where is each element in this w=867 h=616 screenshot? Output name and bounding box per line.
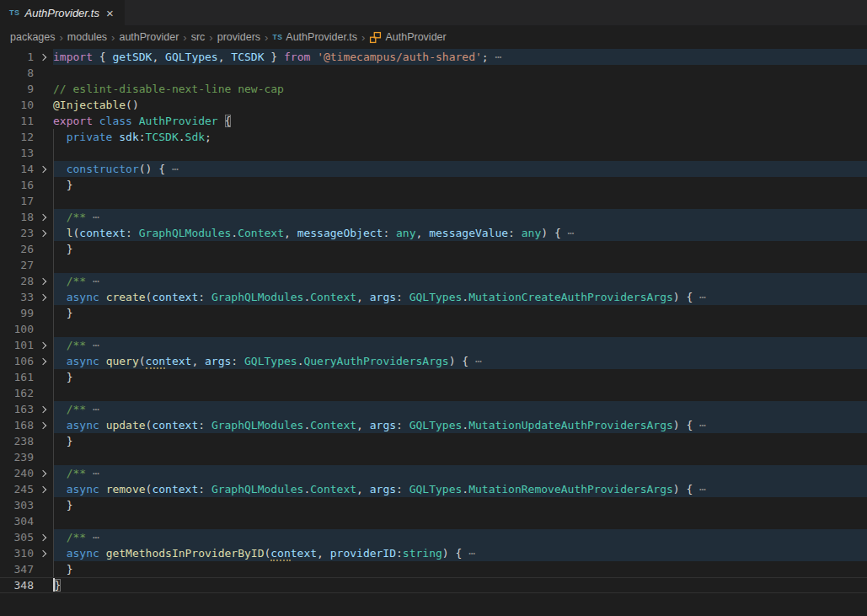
code-token[interactable]: providerID	[330, 547, 396, 560]
breadcrumb-item-packages[interactable]: packages	[10, 31, 56, 43]
line-number[interactable]: 1	[0, 49, 34, 65]
code-token[interactable]	[218, 115, 225, 127]
line-number[interactable]: 17	[0, 193, 34, 209]
code-content[interactable]: import { getSDK, GQLTypes, TCSDK } from …	[53, 49, 867, 65]
code-token[interactable]: ) {	[449, 355, 475, 367]
code-token[interactable]: args	[205, 355, 231, 367]
code-content[interactable]: /** ⋯	[53, 529, 867, 545]
code-token[interactable]	[53, 339, 67, 351]
fold-chevron[interactable]	[34, 231, 53, 236]
fold-chevron[interactable]	[34, 55, 53, 60]
line-number[interactable]: 238	[0, 433, 34, 449]
fold-chevron[interactable]	[34, 551, 53, 556]
breadcrumb-item-src[interactable]: src	[191, 31, 206, 43]
code-token[interactable]: /**	[67, 275, 93, 287]
code-token[interactable]: /**	[67, 211, 93, 223]
code-token[interactable]: ⋯	[699, 483, 706, 495]
code-content[interactable]: /** ⋯	[53, 273, 867, 289]
code-token[interactable]: text	[165, 355, 191, 367]
code-token[interactable]: MutationCreateAuthProvidersArgs	[468, 291, 673, 303]
code-token[interactable]: query	[106, 355, 139, 367]
code-content[interactable]: async query(context, args: GQLTypes.Quer…	[53, 353, 867, 369]
code-token[interactable]: context	[79, 227, 126, 239]
code-token[interactable]: :	[198, 419, 211, 431]
code-content[interactable]: }	[53, 561, 867, 577]
code-content[interactable]	[53, 385, 867, 401]
code-content[interactable]	[53, 257, 867, 273]
code-token[interactable]: Context	[310, 419, 356, 431]
line-number[interactable]: 14	[0, 161, 34, 177]
line-number[interactable]: 163	[0, 401, 34, 417]
code-content[interactable]	[53, 65, 867, 81]
code-token[interactable]: ,	[152, 51, 165, 63]
code-token[interactable]: ⋯	[468, 547, 475, 560]
code-token[interactable]	[99, 483, 106, 495]
code-token[interactable]: :	[508, 227, 522, 239]
breadcrumb-item-authprovider[interactable]: authProvider	[119, 31, 179, 43]
code-token[interactable]: Context	[310, 291, 356, 303]
line-number[interactable]: 310	[0, 545, 34, 561]
code-token[interactable]: ⋯	[489, 51, 502, 63]
code-token[interactable]: :	[126, 227, 139, 239]
line-number[interactable]: 13	[0, 145, 34, 161]
code-content[interactable]: @Injectable()	[53, 97, 867, 113]
code-token[interactable]	[93, 115, 99, 127]
code-token[interactable]: ,	[191, 355, 205, 367]
code-token[interactable]: @Injectable	[53, 99, 126, 111]
code-token[interactable]: ,	[416, 227, 430, 239]
code-token[interactable]	[53, 131, 67, 143]
fold-chevron[interactable]	[34, 279, 53, 284]
line-number[interactable]: 27	[0, 257, 34, 273]
code-content[interactable]: /** ⋯	[53, 465, 867, 481]
line-number[interactable]: 168	[0, 417, 34, 433]
line-number[interactable]: 100	[0, 321, 34, 337]
line-number[interactable]: 99	[0, 305, 34, 321]
code-token[interactable]: :	[198, 291, 211, 303]
code-token[interactable]: {	[225, 115, 232, 127]
code-token[interactable]: () {	[139, 163, 172, 175]
line-number[interactable]: 348	[0, 577, 34, 593]
line-number[interactable]: 347	[0, 561, 34, 577]
code-token[interactable]: ⋯	[93, 467, 99, 479]
code-token[interactable]: ) {	[541, 227, 567, 239]
code-token[interactable]: :	[396, 291, 409, 303]
code-content[interactable]: // eslint-disable-next-line new-cap	[53, 81, 867, 97]
code-token[interactable]: .	[462, 291, 468, 303]
code-content[interactable]: }	[53, 497, 867, 513]
line-number[interactable]: 8	[0, 65, 34, 81]
code-token[interactable]: ,	[284, 227, 297, 239]
code-token[interactable]: }	[53, 371, 72, 383]
code-token[interactable]: args	[370, 483, 396, 495]
code-token[interactable]: ()	[126, 99, 139, 111]
code-token[interactable]: create	[106, 291, 146, 303]
code-token[interactable]: /**	[67, 339, 93, 351]
code-token[interactable]: async	[67, 483, 99, 495]
code-token[interactable]: from	[284, 51, 310, 63]
code-content[interactable]: /** ⋯	[53, 209, 867, 225]
line-number[interactable]: 106	[0, 353, 34, 369]
line-number[interactable]: 161	[0, 369, 34, 385]
line-number[interactable]: 9	[0, 81, 34, 97]
code-token[interactable]: ⋯	[93, 339, 99, 351]
code-token[interactable]	[53, 419, 67, 431]
code-token[interactable]: :	[198, 483, 211, 495]
code-content[interactable]	[53, 145, 867, 161]
code-token[interactable]: getMethodsInProviderByID	[106, 547, 265, 560]
code-token[interactable]: MutationUpdateAuthProvidersArgs	[468, 419, 673, 431]
code-content[interactable]: async update(context: GraphQLModules.Con…	[53, 417, 867, 433]
code-token[interactable]: .	[462, 483, 468, 495]
code-token[interactable]: Context	[310, 483, 356, 495]
code-token[interactable]: .	[462, 419, 468, 431]
code-token[interactable]: ⋯	[93, 275, 99, 287]
code-token[interactable]: con	[270, 547, 290, 561]
code-content[interactable]: }	[53, 177, 867, 193]
code-token[interactable]	[99, 547, 106, 560]
code-token[interactable]: async	[67, 291, 99, 303]
code-content[interactable]	[53, 513, 867, 529]
code-token[interactable]: ⋯	[93, 531, 99, 544]
fold-chevron[interactable]	[34, 295, 53, 300]
code-token[interactable]: context	[152, 291, 198, 303]
code-token[interactable]: GQLTypes	[165, 51, 218, 63]
code-token[interactable]: :	[396, 419, 409, 431]
code-token[interactable]: messageValue	[429, 227, 508, 239]
